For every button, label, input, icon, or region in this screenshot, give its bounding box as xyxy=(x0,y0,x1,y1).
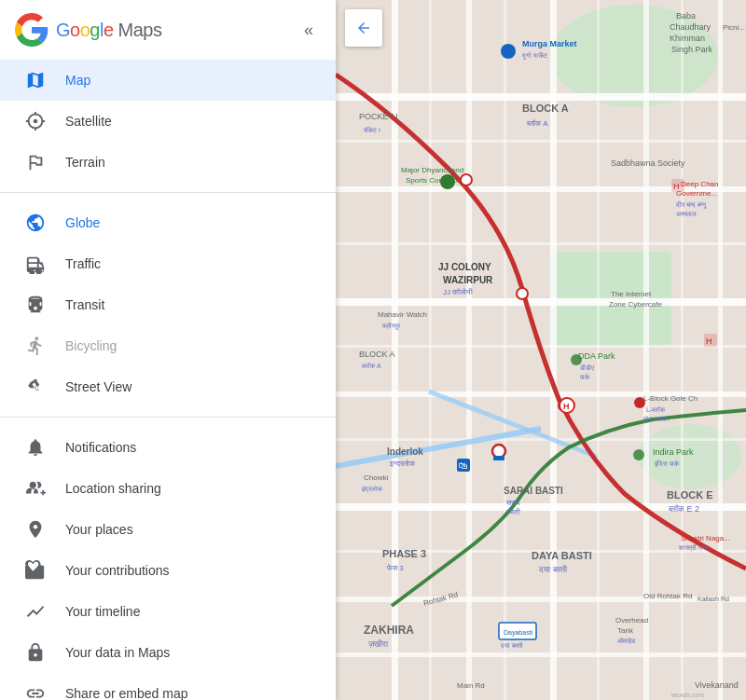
sidebar-item-street-view[interactable]: Street View xyxy=(0,366,336,407)
svg-text:ओवरहेड: ओवरहेड xyxy=(617,637,636,644)
notifications-label: Notifications xyxy=(65,440,136,455)
svg-text:Kailash Rd: Kailash Rd xyxy=(698,596,729,602)
svg-text:Tank: Tank xyxy=(617,626,634,635)
sidebar-item-your-places[interactable]: Your places xyxy=(0,509,336,550)
svg-text:Shastri Naga...: Shastri Naga... xyxy=(681,534,730,542)
svg-text:wsxdn.com: wsxdn.com xyxy=(670,692,704,698)
map-icon xyxy=(22,70,48,90)
your-timeline-label: Your timeline xyxy=(65,604,140,619)
svg-text:JJ कॉलोनी: JJ कॉलोनी xyxy=(443,287,473,296)
svg-text:ZAKHIRA: ZAKHIRA xyxy=(364,624,414,637)
svg-text:सराय: सराय xyxy=(505,499,520,507)
your-data-label: Your data in Maps xyxy=(65,645,170,660)
svg-text:Chaudhary: Chaudhary xyxy=(670,22,711,32)
sidebar-item-notifications[interactable]: Notifications xyxy=(0,427,336,468)
svg-text:JJ COLONY: JJ COLONY xyxy=(438,262,491,272)
sidebar-item-your-data[interactable]: Your data in Maps xyxy=(0,632,336,673)
account-section: Notifications Location sharing Your plac… xyxy=(0,423,336,700)
transit-label: Transit xyxy=(65,297,104,312)
sidebar-item-traffic[interactable]: Traffic xyxy=(0,243,336,284)
svg-text:L-ब्लॉक: L-ब्लॉक xyxy=(646,406,666,413)
sidebar-header: Google Maps « xyxy=(0,0,336,56)
svg-point-58 xyxy=(634,397,645,408)
svg-text:Major Dhyanchand: Major Dhyanchand xyxy=(401,166,463,174)
svg-text:SARAI BASTI: SARAI BASTI xyxy=(504,486,563,496)
view-section: Globe Traffic Transit Bicycling xyxy=(0,199,336,411)
svg-text:BLOCK E: BLOCK E xyxy=(667,489,713,501)
svg-text:Old Rohtak Rd: Old Rohtak Rd xyxy=(643,592,692,600)
svg-text:इंद्रलोक: इंद्रलोक xyxy=(361,485,383,493)
collapse-button[interactable]: « xyxy=(297,17,321,44)
svg-text:Chowki: Chowki xyxy=(364,474,388,482)
svg-text:शास्त्री नगर: शास्त्री नगर xyxy=(678,544,710,552)
sidebar-item-globe[interactable]: Globe xyxy=(0,202,336,243)
svg-text:Murga Market: Murga Market xyxy=(522,39,577,48)
svg-text:मुर्गा मार्केट: मुर्गा मार्केट xyxy=(521,51,548,60)
svg-point-61 xyxy=(492,445,505,458)
svg-point-52 xyxy=(571,354,582,365)
svg-text:Overhead: Overhead xyxy=(615,616,648,625)
your-data-icon xyxy=(22,642,48,663)
sidebar-item-satellite[interactable]: Satellite xyxy=(0,101,336,142)
back-arrow-icon xyxy=(355,20,372,36)
svg-text:WAZIRPUR: WAZIRPUR xyxy=(443,275,493,285)
svg-text:Baba: Baba xyxy=(676,11,696,21)
globe-icon xyxy=(22,213,48,233)
sidebar-item-transit[interactable]: Transit xyxy=(0,284,336,325)
svg-text:Khimman: Khimman xyxy=(670,34,705,43)
svg-text:ज़खीरा: ज़खीरा xyxy=(367,639,389,649)
map-type-section: Map Satellite Terrain xyxy=(0,56,336,186)
svg-rect-20 xyxy=(336,438,746,441)
svg-point-63 xyxy=(633,449,644,460)
svg-text:DAYA BASTI: DAYA BASTI xyxy=(532,550,592,561)
svg-point-4 xyxy=(639,424,741,489)
svg-text:ब्लॉक E 2: ब्लॉक E 2 xyxy=(668,504,699,514)
svg-rect-23 xyxy=(504,0,506,700)
bicycling-icon xyxy=(22,336,48,356)
svg-text:इन्दरलोक: इन्दरलोक xyxy=(389,459,416,468)
sidebar-item-share-embed[interactable]: Share or embed map xyxy=(0,673,336,700)
map-label: Map xyxy=(65,73,90,88)
sidebar-item-terrain[interactable]: Terrain xyxy=(0,142,336,183)
svg-text:फेस 3: फेस 3 xyxy=(386,563,404,572)
bicycling-label: Bicycling xyxy=(65,338,117,353)
svg-rect-13 xyxy=(466,0,472,700)
sidebar-item-map[interactable]: Map xyxy=(0,60,336,101)
svg-rect-62 xyxy=(493,456,504,460)
svg-text:अस्पताल: अस्पताल xyxy=(676,211,697,217)
svg-text:दीप चन्द बन्नू: दीप चन्द बन्नू xyxy=(675,201,707,209)
sidebar-item-your-timeline[interactable]: Your timeline xyxy=(0,591,336,632)
svg-text:दया बस्ती: दया बस्ती xyxy=(500,642,523,649)
svg-rect-17 xyxy=(336,140,746,143)
globe-label: Globe xyxy=(65,215,100,230)
street-view-label: Street View xyxy=(65,379,131,394)
svg-point-28 xyxy=(461,174,472,185)
svg-text:बस्ती: बस्ती xyxy=(505,508,520,516)
svg-text:BLOCK A: BLOCK A xyxy=(359,350,395,359)
logo-area: Google Maps xyxy=(15,13,161,47)
svg-text:L-Block Gole Ch: L-Block Gole Ch xyxy=(643,394,698,403)
terrain-icon xyxy=(22,152,48,172)
satellite-label: Satellite xyxy=(65,114,112,129)
svg-text:Mahavir Watch: Mahavir Watch xyxy=(378,310,427,319)
svg-text:BLOCK A: BLOCK A xyxy=(522,103,569,114)
svg-text:डीडीए: डीडीए xyxy=(579,364,595,371)
svg-text:वज़ीरपुर: वज़ीरपुर xyxy=(381,323,401,330)
sidebar-item-location-sharing[interactable]: Location sharing xyxy=(0,468,336,509)
divider-2 xyxy=(0,417,336,418)
svg-text:Vivekanand: Vivekanand xyxy=(695,680,739,690)
svg-text:🛍: 🛍 xyxy=(459,460,468,471)
sidebar: Google Maps « Map Satellite Terr xyxy=(0,0,336,700)
svg-text:पॉकेट I: पॉकेट I xyxy=(363,126,380,133)
svg-text:पार्क: पार्क xyxy=(579,373,590,380)
your-timeline-icon xyxy=(22,601,48,622)
svg-text:Picni...: Picni... xyxy=(723,23,745,32)
svg-text:गोल चक्कर: गोल चक्कर xyxy=(642,415,670,422)
svg-rect-24 xyxy=(597,0,600,700)
svg-text:Dayabasti: Dayabasti xyxy=(504,629,533,637)
your-places-label: Your places xyxy=(65,522,133,537)
svg-text:Sports Complex: Sports Complex xyxy=(406,176,459,185)
sidebar-item-your-contributions[interactable]: Your contributions xyxy=(0,550,336,591)
map-back-button[interactable] xyxy=(345,9,382,47)
sidebar-item-bicycling[interactable]: Bicycling xyxy=(0,325,336,366)
